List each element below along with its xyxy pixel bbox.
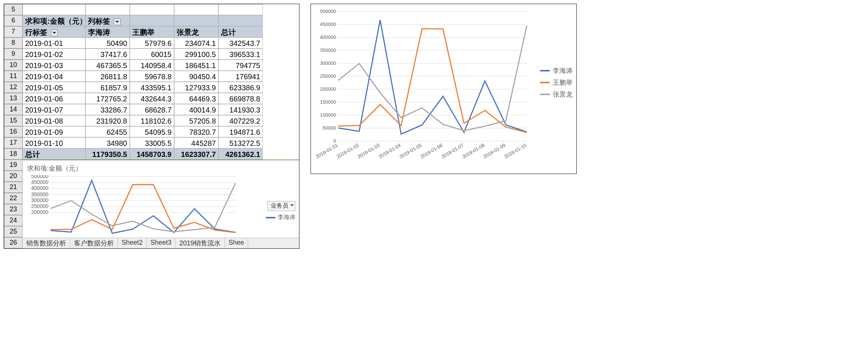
pivot-value: 62455 — [85, 126, 130, 137]
sheet-tab[interactable]: 2019销售流水 — [176, 238, 225, 248]
svg-text:2019-01-09: 2019-01-09 — [482, 143, 506, 160]
pivot-value: 59678.8 — [130, 71, 174, 82]
pivot-value: 194871.6 — [218, 126, 263, 137]
svg-text:2019-01-02: 2019-01-02 — [336, 143, 360, 160]
line-chart-svg: 0500001000001500002000002500003000003500… — [312, 8, 530, 171]
embedded-chart-legend: 李海涛 — [266, 212, 295, 223]
row-header: 21 — [4, 182, 23, 193]
legend-item: 张景龙 — [540, 90, 573, 99]
chart-filter-dropdown[interactable]: 业务员 — [267, 201, 295, 211]
row-header: 18 — [4, 148, 23, 160]
pivot-value: 33005.5 — [130, 137, 174, 148]
pivot-value: 40014.9 — [174, 104, 218, 115]
row-header: 6 — [4, 15, 23, 26]
legend-item: 李海涛 — [540, 66, 573, 75]
legend-item: 李海涛 — [278, 214, 295, 221]
pivot-value: 186451.1 — [174, 60, 218, 71]
svg-text:2019-01-03: 2019-01-03 — [357, 143, 381, 160]
svg-text:150000: 150000 — [320, 99, 336, 105]
row-header: 7 — [4, 26, 23, 37]
pivot-value: 127933.9 — [174, 82, 218, 93]
row-header: 20 — [4, 171, 23, 182]
pivot-col-label: 列标签 — [85, 15, 130, 26]
pivot-total: 4261362.1 — [218, 148, 263, 160]
row-header: 13 — [4, 93, 23, 104]
pivot-value: 299100.5 — [174, 48, 218, 60]
embedded-chart[interactable]: 求和项:金额（元） 200000250000300000350000400000… — [23, 160, 299, 241]
sheet-tab[interactable]: Sheet3 — [147, 238, 176, 248]
pivot-value: 57979.6 — [130, 37, 174, 48]
pivot-value: 37417.6 — [85, 48, 130, 60]
pivot-value: 78320.7 — [174, 126, 218, 137]
row-header: 8 — [4, 37, 23, 48]
row-header: 17 — [4, 137, 23, 148]
svg-text:200000: 200000 — [31, 209, 48, 215]
pivot-value: 60015 — [130, 48, 174, 60]
svg-text:250000: 250000 — [31, 203, 48, 209]
pivot-value: 623386.9 — [218, 82, 263, 93]
excel-pane: 56求和项:金额（元）列标签 7行标签 李海涛王鹏举张景龙总计82019-01-… — [4, 4, 299, 249]
svg-text:400000: 400000 — [320, 34, 336, 40]
svg-text:500000: 500000 — [31, 175, 48, 179]
col-filter-icon[interactable] — [114, 19, 121, 25]
pivot-value: 26811.8 — [85, 71, 130, 82]
pivot-value: 68628.7 — [130, 104, 174, 115]
pivot-value: 396533.1 — [218, 48, 263, 60]
pivot-col-header: 李海涛 — [85, 26, 130, 37]
pivot-value: 140958.4 — [130, 60, 174, 71]
row-header: 15 — [4, 115, 23, 126]
pivot-row-label-cell: 2019-01-03 — [23, 60, 85, 71]
pivot-value: 176941 — [218, 71, 263, 82]
sheet-tabs: 销售数据分析客户数据分析Sheet2Sheet32019销售流水Shee — [23, 238, 299, 248]
svg-text:2019-01-05: 2019-01-05 — [399, 143, 423, 160]
row-header: 22 — [4, 193, 23, 204]
pivot-total: 1623307.7 — [174, 148, 218, 160]
pivot-row-label-cell: 2019-01-05 — [23, 82, 85, 93]
row-filter-icon[interactable] — [51, 30, 58, 36]
svg-text:350000: 350000 — [320, 47, 336, 53]
pivot-col-header: 张景龙 — [174, 26, 218, 37]
svg-text:2019-01-06: 2019-01-06 — [420, 143, 444, 160]
pivot-value: 141930.3 — [218, 104, 263, 115]
svg-text:2019-01-04: 2019-01-04 — [377, 143, 401, 160]
sheet-tab[interactable]: Shee — [225, 238, 248, 248]
svg-text:2019-01-10: 2019-01-10 — [503, 143, 527, 160]
row-header: 5 — [4, 4, 23, 15]
svg-text:500000: 500000 — [320, 9, 336, 14]
pivot-col-header: 王鹏举 — [130, 26, 174, 37]
sheet-tab[interactable]: 客户数据分析 — [70, 238, 118, 248]
svg-text:450000: 450000 — [320, 21, 336, 27]
row-header: 25 — [4, 226, 23, 237]
row-header: 11 — [4, 71, 23, 82]
embedded-chart-svg: 2000002500003000003500004000004500005000… — [25, 175, 239, 238]
pivot-value: 433595.1 — [130, 82, 174, 93]
sheet-tab[interactable]: Sheet2 — [118, 238, 147, 248]
row-header: 19 — [4, 160, 23, 171]
row-header: 9 — [4, 48, 23, 60]
row-header: 23 — [4, 204, 23, 215]
svg-text:2019-01-07: 2019-01-07 — [440, 143, 464, 160]
svg-text:100000: 100000 — [320, 112, 336, 118]
pivot-value: 669878.8 — [218, 93, 263, 104]
pivot-row-label-cell: 2019-01-07 — [23, 104, 85, 115]
pivot-row-label-cell: 2019-01-09 — [23, 126, 85, 137]
pivot-value: 231920.8 — [85, 115, 130, 126]
line-chart-legend: 李海涛王鹏举张景龙 — [540, 63, 573, 102]
pivot-measure-label: 求和项:金额（元） — [23, 15, 85, 26]
svg-text:50000: 50000 — [323, 125, 336, 131]
pivot-total-label: 总计 — [23, 148, 85, 160]
pivot-value: 432644.3 — [130, 93, 174, 104]
row-header: 24 — [4, 215, 23, 226]
pivot-col-header: 总计 — [218, 26, 263, 37]
row-header: 12 — [4, 82, 23, 93]
svg-text:250000: 250000 — [320, 73, 336, 79]
pivot-row-label-cell: 2019-01-04 — [23, 71, 85, 82]
row-header: 16 — [4, 126, 23, 137]
pivot-value: 234074.1 — [174, 37, 218, 48]
pivot-value: 90450.4 — [174, 71, 218, 82]
pivot-value: 57205.8 — [174, 115, 218, 126]
sheet-tab[interactable]: 销售数据分析 — [23, 238, 70, 248]
pivot-value: 467365.5 — [85, 60, 130, 71]
pivot-value: 172765.2 — [85, 93, 130, 104]
pivot-value: 794775 — [218, 60, 263, 71]
